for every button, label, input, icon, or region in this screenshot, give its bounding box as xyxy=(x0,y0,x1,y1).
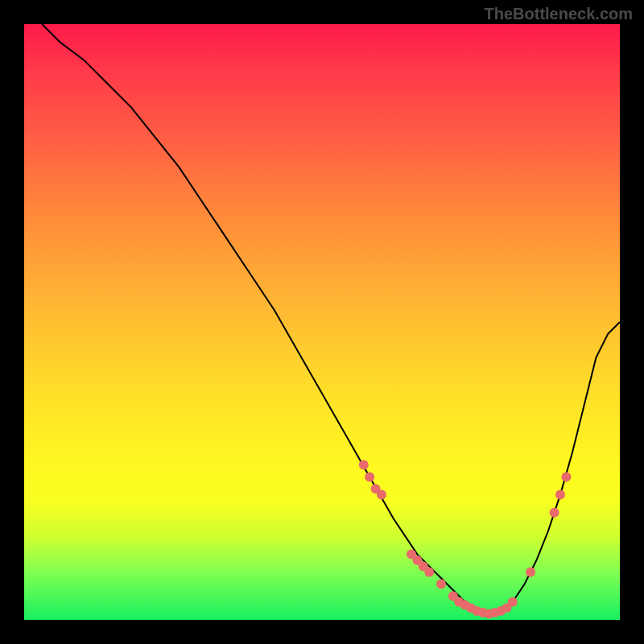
chart-overlay xyxy=(24,24,620,620)
data-marker xyxy=(359,460,369,470)
data-marker xyxy=(550,508,559,518)
data-marker xyxy=(555,490,565,500)
data-marker xyxy=(508,597,518,607)
data-marker xyxy=(424,568,434,577)
gradient-plot-area xyxy=(24,24,620,620)
data-marker xyxy=(526,568,535,577)
data-marker xyxy=(561,472,571,481)
data-marker xyxy=(365,472,374,481)
data-marker xyxy=(377,490,386,500)
bottleneck-curve xyxy=(42,24,620,614)
watermark-label: TheBottleneck.com xyxy=(485,5,633,23)
data-markers xyxy=(359,460,572,619)
data-marker xyxy=(436,580,446,589)
